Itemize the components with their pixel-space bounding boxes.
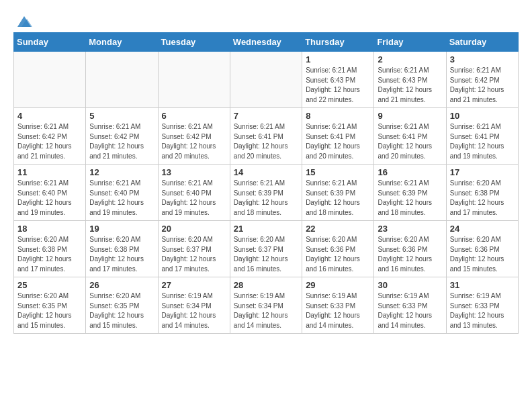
week-row-4: 25Sunrise: 6:20 AM Sunset: 6:35 PM Dayli… [14, 277, 519, 334]
day-info: Sunrise: 6:21 AM Sunset: 6:43 PM Dayligh… [378, 66, 442, 105]
page: SundayMondayTuesdayWednesdayThursdayFrid… [0, 0, 532, 411]
col-header-friday: Friday [374, 33, 446, 52]
day-number: 13 [162, 167, 226, 177]
day-info: Sunrise: 6:20 AM Sunset: 6:35 PM Dayligh… [89, 291, 154, 330]
day-number: 6 [162, 111, 226, 121]
day-number: 21 [234, 224, 298, 234]
week-row-3: 18Sunrise: 6:20 AM Sunset: 6:38 PM Dayli… [14, 221, 519, 277]
calendar-cell: 17Sunrise: 6:20 AM Sunset: 6:38 PM Dayli… [446, 165, 518, 221]
header [13, 11, 519, 26]
day-info: Sunrise: 6:20 AM Sunset: 6:38 PM Dayligh… [89, 235, 154, 274]
day-info: Sunrise: 6:21 AM Sunset: 6:43 PM Dayligh… [306, 66, 370, 105]
day-number: 24 [450, 224, 515, 234]
day-info: Sunrise: 6:20 AM Sunset: 6:35 PM Dayligh… [17, 291, 82, 330]
col-header-tuesday: Tuesday [158, 33, 230, 52]
calendar-cell: 6Sunrise: 6:21 AM Sunset: 6:42 PM Daylig… [158, 108, 230, 165]
calendar-cell: 24Sunrise: 6:20 AM Sunset: 6:36 PM Dayli… [446, 221, 518, 277]
calendar-cell: 15Sunrise: 6:21 AM Sunset: 6:39 PM Dayli… [302, 165, 374, 221]
day-number: 1 [306, 54, 370, 64]
calendar-cell: 12Sunrise: 6:21 AM Sunset: 6:40 PM Dayli… [86, 165, 158, 221]
day-number: 4 [17, 111, 82, 121]
week-row-2: 11Sunrise: 6:21 AM Sunset: 6:40 PM Dayli… [14, 165, 519, 221]
day-info: Sunrise: 6:21 AM Sunset: 6:40 PM Dayligh… [162, 179, 226, 218]
day-info: Sunrise: 6:21 AM Sunset: 6:42 PM Dayligh… [162, 122, 226, 161]
day-number: 27 [162, 280, 226, 290]
calendar-cell: 11Sunrise: 6:21 AM Sunset: 6:40 PM Dayli… [14, 165, 86, 221]
col-header-wednesday: Wednesday [230, 33, 302, 52]
day-number: 17 [450, 167, 515, 177]
day-info: Sunrise: 6:20 AM Sunset: 6:38 PM Dayligh… [450, 179, 515, 218]
day-info: Sunrise: 6:20 AM Sunset: 6:37 PM Dayligh… [162, 235, 226, 274]
day-number: 15 [306, 167, 370, 177]
col-header-thursday: Thursday [302, 33, 374, 52]
calendar-cell: 1Sunrise: 6:21 AM Sunset: 6:43 PM Daylig… [302, 52, 374, 108]
calendar-cell: 18Sunrise: 6:20 AM Sunset: 6:38 PM Dayli… [14, 221, 86, 277]
day-number: 2 [378, 54, 442, 64]
calendar-cell: 3Sunrise: 6:21 AM Sunset: 6:42 PM Daylig… [446, 52, 518, 108]
day-number: 19 [89, 224, 154, 234]
day-number: 11 [17, 167, 82, 177]
calendar-cell: 7Sunrise: 6:21 AM Sunset: 6:41 PM Daylig… [230, 108, 302, 165]
calendar-cell: 23Sunrise: 6:20 AM Sunset: 6:36 PM Dayli… [374, 221, 446, 277]
day-number: 7 [234, 111, 298, 121]
calendar-cell: 27Sunrise: 6:19 AM Sunset: 6:34 PM Dayli… [158, 277, 230, 334]
day-info: Sunrise: 6:20 AM Sunset: 6:36 PM Dayligh… [306, 235, 370, 274]
day-number: 18 [17, 224, 82, 234]
day-info: Sunrise: 6:20 AM Sunset: 6:38 PM Dayligh… [17, 235, 82, 274]
calendar-cell: 31Sunrise: 6:19 AM Sunset: 6:33 PM Dayli… [446, 277, 518, 334]
calendar-cell: 9Sunrise: 6:21 AM Sunset: 6:41 PM Daylig… [374, 108, 446, 165]
day-info: Sunrise: 6:21 AM Sunset: 6:42 PM Dayligh… [17, 122, 82, 161]
day-number: 16 [378, 167, 442, 177]
day-number: 31 [450, 280, 515, 290]
day-info: Sunrise: 6:21 AM Sunset: 6:39 PM Dayligh… [378, 179, 442, 218]
day-number: 25 [17, 280, 82, 290]
day-info: Sunrise: 6:19 AM Sunset: 6:33 PM Dayligh… [306, 291, 370, 330]
calendar-cell: 5Sunrise: 6:21 AM Sunset: 6:42 PM Daylig… [86, 108, 158, 165]
calendar-cell: 4Sunrise: 6:21 AM Sunset: 6:42 PM Daylig… [14, 108, 86, 165]
calendar-cell: 26Sunrise: 6:20 AM Sunset: 6:35 PM Dayli… [86, 277, 158, 334]
col-header-saturday: Saturday [446, 33, 518, 52]
calendar-cell: 8Sunrise: 6:21 AM Sunset: 6:41 PM Daylig… [302, 108, 374, 165]
day-info: Sunrise: 6:19 AM Sunset: 6:34 PM Dayligh… [162, 291, 226, 330]
day-number: 3 [450, 54, 515, 64]
day-info: Sunrise: 6:21 AM Sunset: 6:41 PM Dayligh… [234, 122, 298, 161]
day-number: 12 [89, 167, 154, 177]
calendar-cell: 21Sunrise: 6:20 AM Sunset: 6:37 PM Dayli… [230, 221, 302, 277]
day-info: Sunrise: 6:20 AM Sunset: 6:37 PM Dayligh… [234, 235, 298, 274]
calendar-cell: 20Sunrise: 6:20 AM Sunset: 6:37 PM Dayli… [158, 221, 230, 277]
calendar-cell: 25Sunrise: 6:20 AM Sunset: 6:35 PM Dayli… [14, 277, 86, 334]
calendar-cell: 19Sunrise: 6:20 AM Sunset: 6:38 PM Dayli… [86, 221, 158, 277]
calendar-cell: 14Sunrise: 6:21 AM Sunset: 6:39 PM Dayli… [230, 165, 302, 221]
day-info: Sunrise: 6:21 AM Sunset: 6:42 PM Dayligh… [450, 66, 515, 105]
calendar-cell [86, 52, 158, 108]
day-info: Sunrise: 6:21 AM Sunset: 6:39 PM Dayligh… [234, 179, 298, 218]
day-number: 26 [89, 280, 154, 290]
day-info: Sunrise: 6:19 AM Sunset: 6:33 PM Dayligh… [450, 291, 515, 330]
day-number: 10 [450, 111, 515, 121]
calendar-cell [14, 52, 86, 108]
calendar-cell [230, 52, 302, 108]
day-number: 5 [89, 111, 154, 121]
week-row-0: 1Sunrise: 6:21 AM Sunset: 6:43 PM Daylig… [14, 52, 519, 108]
day-number: 23 [378, 224, 442, 234]
day-number: 9 [378, 111, 442, 121]
day-number: 14 [234, 167, 298, 177]
calendar-cell: 16Sunrise: 6:21 AM Sunset: 6:39 PM Dayli… [374, 165, 446, 221]
day-info: Sunrise: 6:20 AM Sunset: 6:36 PM Dayligh… [450, 235, 515, 274]
day-info: Sunrise: 6:20 AM Sunset: 6:36 PM Dayligh… [378, 235, 442, 274]
day-number: 8 [306, 111, 370, 121]
day-info: Sunrise: 6:19 AM Sunset: 6:34 PM Dayligh… [234, 291, 298, 330]
calendar-cell: 30Sunrise: 6:19 AM Sunset: 6:33 PM Dayli… [374, 277, 446, 334]
logo [13, 11, 34, 26]
calendar-cell: 13Sunrise: 6:21 AM Sunset: 6:40 PM Dayli… [158, 165, 230, 221]
day-info: Sunrise: 6:21 AM Sunset: 6:41 PM Dayligh… [378, 122, 442, 161]
calendar-cell [158, 52, 230, 108]
day-info: Sunrise: 6:21 AM Sunset: 6:40 PM Dayligh… [89, 179, 154, 218]
day-info: Sunrise: 6:21 AM Sunset: 6:40 PM Dayligh… [17, 179, 82, 218]
day-info: Sunrise: 6:21 AM Sunset: 6:41 PM Dayligh… [450, 122, 515, 161]
calendar-table: SundayMondayTuesdayWednesdayThursdayFrid… [13, 32, 519, 334]
week-row-1: 4Sunrise: 6:21 AM Sunset: 6:42 PM Daylig… [14, 108, 519, 165]
day-number: 29 [306, 280, 370, 290]
calendar-cell: 2Sunrise: 6:21 AM Sunset: 6:43 PM Daylig… [374, 52, 446, 108]
col-header-monday: Monday [86, 33, 158, 52]
